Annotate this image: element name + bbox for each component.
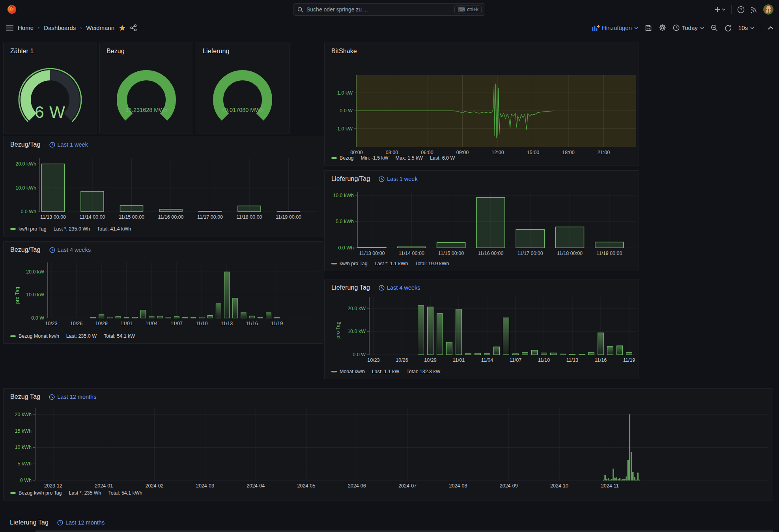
keyboard-icon: ⌨ [458,7,465,12]
search-input[interactable]: Suche oder springe zu ... ⌨ ctrl+k [293,3,485,16]
gauge-bezug [100,43,193,134]
legend: Bezug Monat kw/h Last: 235.0 WTotal: 54.… [10,333,135,339]
panel-title[interactable]: Lieferung Tag [10,519,49,526]
legend-stats: Min: -1.5 kWMax: 1.5 kWLast: 6.0 W [361,155,455,161]
chevron-down-icon [634,27,638,29]
grafana-logo-icon[interactable] [6,4,17,15]
favorite-star-icon[interactable] [119,24,126,32]
menu-icon[interactable] [6,25,13,31]
collapse-topbar-button[interactable] [768,26,773,30]
panel-lieferung-gauge: Lieferung 79.017080 MWh [196,43,290,134]
share-icon[interactable] [130,24,137,31]
add-panel-button[interactable]: Hinzufügen [592,24,638,32]
legend: Bezug kw/h pro Tag Last *: 235 WhTotal: … [10,490,142,496]
time-range-link[interactable]: Last 12 months [49,394,96,400]
refresh-interval-picker[interactable]: 10s [738,24,754,31]
svg-text:10.0 kWh: 10.0 kWh [333,193,354,198]
svg-text:12:00: 12:00 [491,150,504,155]
clock-icon [57,520,63,526]
svg-text:0 Wh: 0 Wh [20,478,32,483]
svg-text:2024-11: 2024-11 [601,483,619,489]
breadcrumb-home[interactable]: Home [18,24,34,31]
svg-text:10.0 kW: 10.0 kW [347,329,366,334]
svg-text:5.0 kWh: 5.0 kWh [336,219,354,224]
series-color-dash [10,228,16,230]
svg-text:10/26: 10/26 [70,321,82,326]
svg-text:2024-07: 2024-07 [398,483,417,489]
save-dashboard-button[interactable] [645,24,652,32]
svg-text:11/16 00:00: 11/16 00:00 [478,251,503,256]
panel-bezug-tag-1week: Bezug/Tag Last 1 week 11/13 00:0011/14 0… [3,136,323,236]
clock-icon [49,142,55,148]
panel-title[interactable]: BitShake [331,48,357,55]
news-icon[interactable] [750,6,758,13]
new-button[interactable] [714,6,726,13]
breadcrumb-separator: › [38,25,39,31]
series-name: kw/h pro Tag [340,261,368,266]
zoom-out-button[interactable] [711,24,718,32]
svg-text:2024-02: 2024-02 [146,483,164,489]
svg-text:10/26: 10/26 [396,357,408,363]
bar-chart-add-icon [592,24,600,32]
series-color-dash [331,371,337,372]
panel-bezug-gauge: Bezug 33.231628 MWh [99,43,193,134]
legend-stat: Min: -1.5 kW [361,155,388,161]
legend-stat: Last *: 1.1 kWh [375,261,408,266]
help-button[interactable]: ? [737,6,745,13]
svg-text:2024-03: 2024-03 [196,483,214,489]
refresh-button[interactable] [725,24,732,32]
svg-text:11/07: 11/07 [171,321,183,326]
barchart-bezug-1week[interactable]: 11/13 00:0011/14 00:0011/15 00:0011/16 0… [4,136,323,236]
panel-title[interactable]: Zähler 1 [10,48,34,55]
timeseries-bitshake[interactable]: 00:0003:0006:0009:0012:0015:0018:0021:00… [325,43,639,165]
legend-stats: Last *: 1.1 kWhTotal: 19.9 kWh [375,261,449,266]
barchart-bezug-12months[interactable]: 2023-122024-012024-022024-032024-042024-… [4,389,773,500]
svg-text:15 kWh: 15 kWh [15,428,32,434]
time-range-link[interactable]: Last 12 months [57,519,105,526]
svg-text:11/14 00:00: 11/14 00:00 [399,251,424,256]
svg-text:0.0 Wh: 0.0 Wh [21,209,36,214]
svg-text:0.0 Wh: 0.0 Wh [338,245,354,251]
legend: kw/h pro Tag Last *: 235.0 WhTotal: 41.4… [10,226,131,232]
user-avatar[interactable] [763,4,773,15]
panel-title[interactable]: Bezug/Tag [10,141,41,148]
panel-title[interactable]: Lieferung/Tag [331,175,370,182]
svg-text:11/01: 11/01 [453,357,465,363]
dashboard-toolbar: Home › Dashboards › Weidmann [0,19,779,37]
refresh-icon [725,24,732,32]
panel-zaehler-1: Zähler 1 6 W [3,43,97,134]
clock-icon [673,24,680,31]
time-range-link[interactable]: Last 4 weeks [49,247,91,253]
search-shortcut-badge: ⌨ ctrl+k [454,6,482,13]
panel-title[interactable]: Bezug/Tag [10,246,41,253]
svg-text:2023-12: 2023-12 [44,483,62,489]
svg-text:15:00: 15:00 [527,150,539,155]
legend-stats: Last *: 235.0 WhTotal: 41.4 kWh [54,226,131,232]
svg-text:20.0 kWh: 20.0 kWh [15,161,36,167]
time-range-link[interactable]: Last 1 week [379,176,417,182]
zoom-out-icon [711,24,718,32]
time-range-link[interactable]: Last 1 week [49,141,88,148]
breadcrumb-dashboards[interactable]: Dashboards [44,24,76,31]
panel-title[interactable]: Bezug [106,48,125,55]
panel-title[interactable]: Lieferung Tag [331,284,370,291]
svg-text:11/04: 11/04 [481,357,493,363]
series-name: Bezug [340,155,353,161]
barchart-bezug-4weeks[interactable]: 10/2310/2610/2911/0111/0411/0711/1011/13… [4,242,323,343]
barchart-lieferung-1week[interactable]: 11/13 00:0011/14 00:0011/15 00:0011/16 0… [325,171,639,271]
dashboard-settings-button[interactable] [659,24,666,32]
barchart-lieferung-4weeks[interactable]: 10/2310/2610/2911/0111/0411/0711/1011/13… [325,279,639,379]
svg-text:2024-05: 2024-05 [297,483,316,489]
svg-text:10.0 kW: 10.0 kW [26,292,44,298]
panel-title[interactable]: Lieferung [203,48,230,55]
svg-text:21:00: 21:00 [598,150,610,155]
svg-text:10/23: 10/23 [367,357,379,363]
series-name: kw/h pro Tag [19,226,47,232]
legend-stat: Last: 1.1 kW [372,369,399,374]
svg-text:11/15 00:00: 11/15 00:00 [119,214,144,220]
legend-stat: Total: 54.1 kW [104,333,135,339]
time-range-picker[interactable]: Today [673,24,704,31]
time-range-link[interactable]: Last 4 weeks [379,285,420,291]
panel-title[interactable]: Bezug Tag [10,393,40,400]
svg-text:1.0 kW: 1.0 kW [337,90,353,96]
